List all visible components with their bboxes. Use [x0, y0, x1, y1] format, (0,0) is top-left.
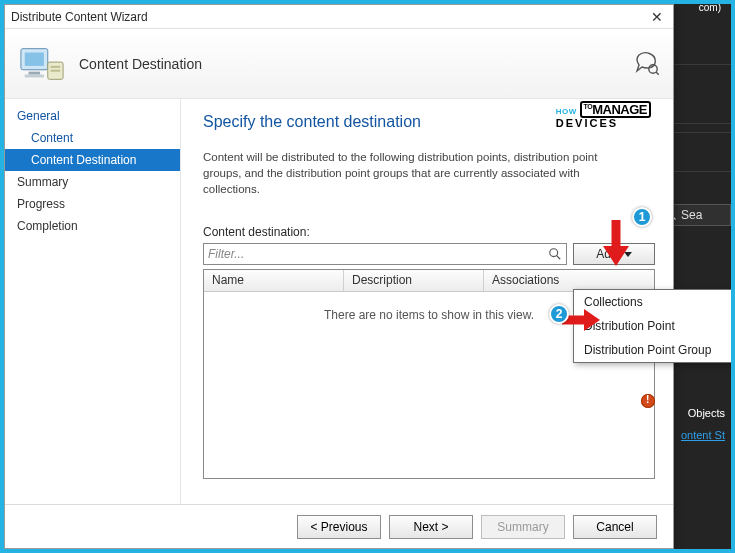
annotation-badge-1: 1	[632, 207, 652, 227]
nav-item-general[interactable]: General	[5, 105, 180, 127]
svg-rect-4	[29, 71, 41, 74]
annotation-arrow-1	[599, 218, 633, 268]
main-description: Content will be distributed to the follo…	[203, 149, 633, 197]
svg-marker-16	[584, 309, 600, 331]
search-icon	[548, 247, 562, 261]
wizard-banner: Content Destination	[5, 29, 673, 99]
background-objects-label: Objects	[688, 407, 725, 419]
close-icon[interactable]: ✕	[647, 9, 667, 25]
annotation-badge-2: 2	[549, 304, 569, 324]
column-description[interactable]: Description	[344, 270, 484, 291]
summary-button[interactable]: Summary	[481, 515, 565, 539]
nav-item-progress[interactable]: Progress	[5, 193, 180, 215]
background-search-placeholder: Sea	[681, 208, 702, 222]
background-tag: com)	[699, 2, 721, 13]
content-destination-label: Content destination:	[203, 225, 655, 239]
nav-item-content-destination[interactable]: Content Destination	[5, 149, 180, 171]
next-button[interactable]: Next >	[389, 515, 473, 539]
svg-rect-3	[25, 52, 44, 65]
svg-marker-14	[603, 246, 629, 266]
wizard-banner-title: Content Destination	[79, 56, 202, 72]
wizard-window: Distribute Content Wizard ✕ Content Dest…	[4, 4, 674, 549]
help-icon[interactable]	[635, 51, 659, 75]
nav-item-content[interactable]: Content	[5, 127, 180, 149]
nav-item-summary[interactable]: Summary	[5, 171, 180, 193]
filter-input[interactable]: Filter...	[203, 243, 567, 265]
wizard-footer: < Previous Next > Summary Cancel	[5, 504, 673, 548]
svg-point-11	[550, 249, 558, 257]
dropdown-option-distribution-point-group[interactable]: Distribution Point Group	[574, 338, 732, 362]
svg-line-10	[656, 72, 659, 75]
svg-line-12	[557, 256, 561, 260]
wizard-title: Distribute Content Wizard	[11, 10, 148, 24]
filter-row: Filter... Add	[203, 243, 655, 265]
wizard-titlebar: Distribute Content Wizard ✕	[5, 5, 673, 29]
column-name[interactable]: Name	[204, 270, 344, 291]
wizard-nav: General Content Content Destination Summ…	[5, 99, 181, 504]
svg-rect-5	[25, 74, 44, 77]
svg-rect-7	[51, 65, 61, 67]
svg-rect-8	[51, 69, 61, 71]
warning-icon	[641, 394, 655, 408]
screenshot-frame: com) Sea Objects ontent St Distribute Co…	[0, 0, 735, 553]
watermark-logo: HOW TOMANAGE DEVICES	[556, 101, 651, 129]
nav-item-completion[interactable]: Completion	[5, 215, 180, 237]
wizard-icon	[19, 44, 65, 84]
previous-button[interactable]: < Previous	[297, 515, 381, 539]
cancel-button[interactable]: Cancel	[573, 515, 657, 539]
filter-placeholder: Filter...	[208, 247, 548, 261]
background-content-link[interactable]: ontent St	[681, 429, 725, 441]
